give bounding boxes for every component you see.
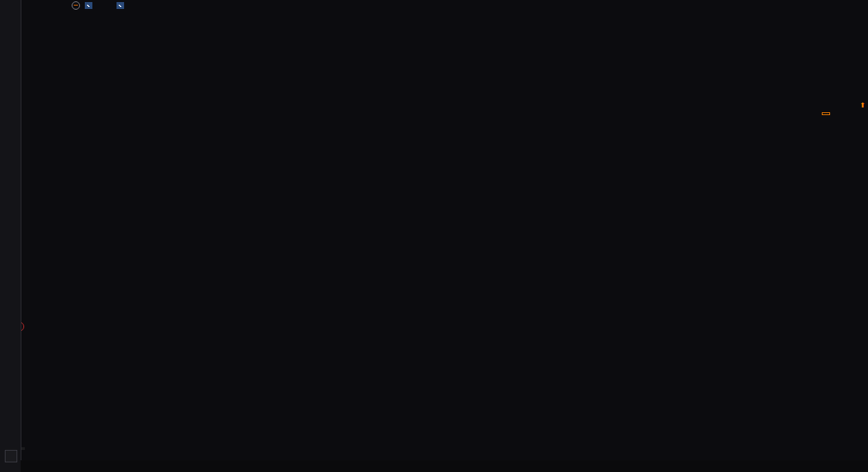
- date-axis: [21, 447, 868, 460]
- left-sidebar: [0, 0, 21, 472]
- minus-circle-icon[interactable]: [72, 1, 80, 10]
- ma-indicator-icon[interactable]: [117, 2, 124, 9]
- current-price-badge: [822, 112, 830, 115]
- sidebar-bottom-box[interactable]: [5, 450, 17, 462]
- indicator-toolbar: [21, 460, 868, 472]
- price-up-arrow-icon: ⬆: [860, 101, 865, 109]
- trading-app-window: ⬆: [0, 0, 868, 472]
- chart-header: [62, 1, 134, 10]
- boll-indicator-icon[interactable]: [85, 2, 92, 9]
- price-chart-canvas[interactable]: [0, 0, 868, 472]
